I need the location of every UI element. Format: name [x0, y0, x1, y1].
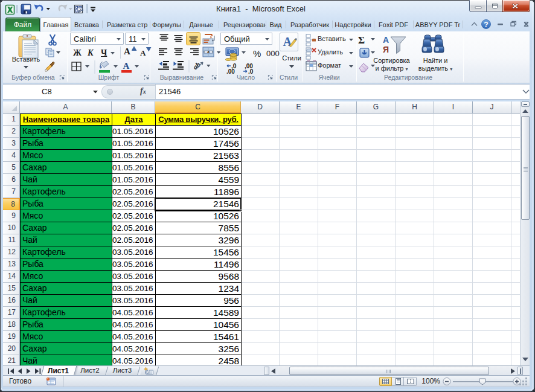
svg-text:,0: ,0: [248, 68, 254, 74]
svg-text:a: a: [207, 49, 210, 54]
svg-text:Σ: Σ: [358, 34, 365, 46]
svg-text:Я: Я: [383, 45, 389, 54]
svg-text:ab: ab: [191, 60, 202, 71]
svg-text:А: А: [383, 35, 389, 45]
svg-text:%: %: [253, 48, 261, 59]
svg-text:A: A: [123, 61, 130, 71]
svg-text:?: ?: [484, 21, 488, 29]
svg-text:,00: ,00: [226, 68, 235, 74]
